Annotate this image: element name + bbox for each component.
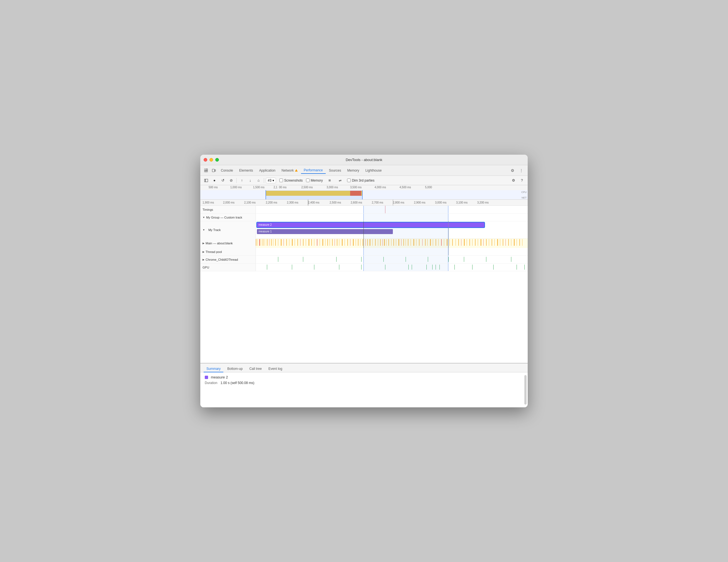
main-bar [256, 239, 256, 246]
tick-1000: 1,000 ms [230, 186, 242, 189]
timings-content [256, 206, 528, 213]
childio-selection [363, 256, 448, 263]
filter-icon[interactable]: ⇌ [337, 177, 344, 184]
childio-mark [448, 257, 449, 262]
svg-rect-5 [215, 170, 216, 171]
more-options-icon[interactable]: ⋮ [517, 167, 525, 174]
tab-performance[interactable]: Performance [301, 167, 326, 174]
tab-lighthouse[interactable]: Lighthouse [363, 167, 385, 173]
tab-call-tree[interactable]: Call tree [247, 366, 265, 372]
tab-sources[interactable]: Sources [326, 167, 344, 173]
tab-memory[interactable]: Memory [345, 167, 362, 173]
memory-label: Memory [311, 178, 323, 182]
mytrack-label[interactable]: ▼ My Track [200, 221, 256, 238]
main-bar [327, 239, 328, 246]
timings-label[interactable]: Timings [200, 206, 256, 213]
main-bar [317, 239, 317, 246]
screenshots-label: Screenshots [284, 178, 303, 182]
net-label: NET [522, 196, 527, 199]
bottom-scrollbar[interactable] [524, 375, 527, 405]
minimize-button[interactable] [209, 158, 213, 162]
inspect-icon[interactable] [203, 167, 210, 174]
sidebar-toggle-icon[interactable] [203, 177, 210, 184]
main-bar [360, 239, 360, 246]
tab-application[interactable]: Application [256, 167, 278, 173]
childio-label[interactable]: ▶ Chrome_ChildIOThread [200, 256, 256, 263]
svg-rect-4 [212, 169, 214, 172]
childio-mark [336, 257, 337, 262]
gpu-mark [454, 264, 455, 269]
record-icon[interactable]: ● [211, 177, 218, 184]
window-title: DevTools - about:blank [346, 158, 382, 162]
timeline-overview[interactable]: 500 ms 1,000 ms 1,500 ms 2,1000 ms 2,500… [200, 185, 528, 200]
timings-text: Timings [203, 208, 213, 211]
toolbar-help-icon[interactable]: ? [518, 177, 525, 184]
measure1-bar[interactable]: measure 1 [257, 229, 393, 234]
home-icon[interactable]: ⌂ [255, 177, 262, 184]
gpu-text: GPU [203, 266, 209, 269]
main-bar [303, 239, 304, 246]
fg-tick-1900: 1,900 ms [203, 201, 214, 204]
device-icon[interactable] [210, 167, 218, 174]
main-label[interactable]: ▶ Main — about:blank [200, 238, 256, 248]
toolbar-gear-icon[interactable]: ⚙ [510, 177, 517, 184]
main-bar [505, 239, 506, 246]
main-bar [259, 239, 260, 246]
download-icon[interactable]: ↓ [247, 177, 254, 184]
main-bar [469, 239, 470, 246]
fg-tick-2700: 2,700 ms [372, 201, 383, 204]
dim3rd-checkbox[interactable] [347, 178, 351, 182]
gpu-mark [361, 264, 362, 269]
refresh-icon[interactable]: ↺ [219, 177, 226, 184]
memory-checkbox-label[interactable]: Memory [306, 178, 323, 182]
memory-detail-icon[interactable]: ⊞ [326, 177, 333, 184]
tab-summary[interactable]: Summary [204, 366, 223, 372]
main-bar [467, 239, 467, 246]
title-bar: DevTools - about:blank [200, 155, 528, 165]
tick-2100: 2,1000 ms [274, 186, 287, 189]
gpu-mark [267, 264, 267, 269]
tab-bottom-up[interactable]: Bottom-up [224, 366, 245, 372]
network-warning-icon [295, 169, 298, 171]
close-button[interactable] [204, 158, 207, 162]
screenshots-checkbox[interactable] [279, 178, 283, 182]
tick-1500: 1,500 ms [253, 186, 264, 189]
track-timings: Timings [200, 206, 528, 213]
tab-elements[interactable]: Elements [236, 167, 256, 173]
tab-network[interactable]: Network [279, 167, 300, 173]
gpu-label[interactable]: GPU [200, 263, 256, 271]
settings-icon[interactable]: ⚙ [509, 167, 517, 174]
memory-checkbox[interactable] [306, 178, 310, 182]
dim3rd-checkbox-label[interactable]: Dim 3rd parties [347, 178, 374, 182]
main-bar [261, 239, 261, 246]
record-selector[interactable]: #3 ▾ [266, 178, 276, 183]
gpu-mark [493, 264, 494, 269]
threadpool-label[interactable]: ▶ Thread pool [200, 248, 256, 255]
fg-tick-3000: 3,000 ms [435, 201, 446, 204]
clear-icon[interactable]: ⊘ [227, 177, 235, 184]
main-bar [306, 239, 306, 246]
flamegraph[interactable]: 1,900 ms 2,000 ms 2,100 ms 2,200 ms 2,30… [200, 200, 528, 363]
threadpool-selection [363, 248, 448, 255]
track-main: ▶ Main — about:blank [200, 238, 528, 248]
childio-mark [361, 257, 362, 262]
main-bar [486, 239, 487, 246]
maximize-button[interactable] [215, 158, 219, 162]
fg-tick-2900: 2,900 ms [414, 201, 425, 204]
measure2-bar[interactable]: measure 2 [257, 222, 484, 227]
tab-console[interactable]: Console [218, 167, 236, 173]
tab-event-log[interactable]: Event log [266, 366, 285, 372]
mygroup-triangle: ▼ [203, 216, 205, 219]
main-bar [314, 239, 314, 246]
main-bar [325, 239, 325, 246]
timings-selection [363, 206, 448, 213]
screenshots-checkbox-label[interactable]: Screenshots [279, 178, 303, 182]
timeline-ruler: 500 ms 1,000 ms 1,500 ms 2,1000 ms 2,500… [200, 185, 528, 190]
bottom-tabs: Summary Bottom-up Call tree Event log [200, 364, 528, 372]
track-gpu: GPU [200, 263, 528, 271]
upload-icon[interactable]: ↑ [238, 177, 246, 184]
mygroup-label[interactable]: ▼ My Group — Custom track [200, 213, 256, 221]
cpu-label: CPU [521, 191, 527, 193]
main-bar [478, 239, 478, 246]
main-bar [342, 239, 343, 246]
